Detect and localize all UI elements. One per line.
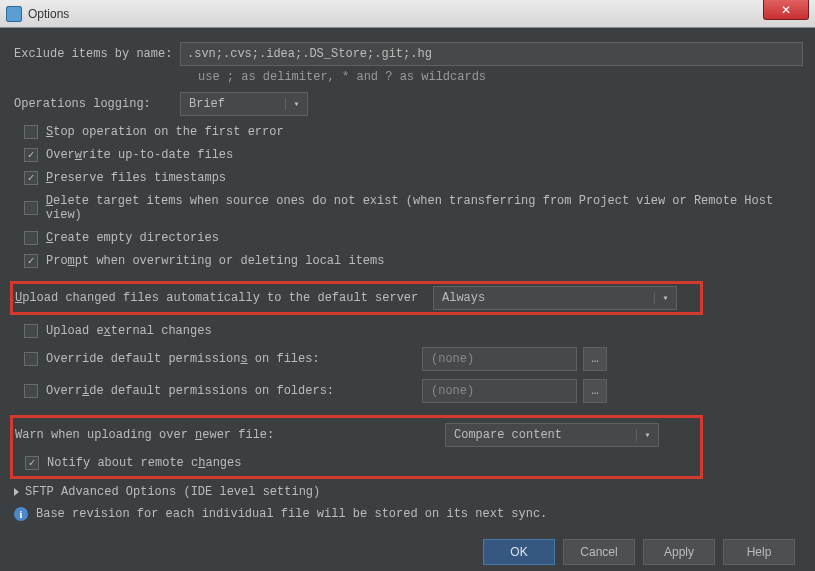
chevron-down-icon: ▾ — [285, 98, 307, 110]
prompt-overwrite-label: Prompt when overwriting or deleting loca… — [46, 254, 384, 268]
app-icon — [6, 6, 22, 22]
auto-upload-value: Always — [434, 291, 654, 305]
upload-external-checkbox[interactable]: Upload external changes — [24, 324, 803, 338]
auto-upload-label: Upload changed files automatically to th… — [15, 291, 433, 305]
chevron-down-icon: ▾ — [636, 429, 658, 441]
perm-folders-browse-button[interactable]: … — [583, 379, 607, 403]
close-icon: ✕ — [781, 4, 791, 16]
info-row: i Base revision for each individual file… — [14, 507, 803, 521]
checkbox-icon — [24, 125, 38, 139]
perm-folders-label: Override default permissions on folders: — [46, 384, 422, 398]
perm-files-value[interactable]: (none) — [422, 347, 577, 371]
auto-upload-highlight: Upload changed files automatically to th… — [10, 281, 703, 315]
info-icon: i — [14, 507, 28, 521]
notify-remote-label: Notify about remote changes — [47, 456, 241, 470]
overwrite-label: Overwrite up-to-date files — [46, 148, 233, 162]
checkbox-icon — [24, 148, 38, 162]
cancel-button[interactable]: Cancel — [563, 539, 635, 565]
stop-on-error-label: Stop operation on the first error — [46, 125, 284, 139]
titlebar: Options ✕ — [0, 0, 815, 28]
checkbox-icon — [25, 456, 39, 470]
dialog-content: Exclude items by name: use ; as delimite… — [0, 28, 815, 571]
exclude-hint: use ; as delimiter, * and ? as wildcards — [198, 70, 803, 84]
perm-folders-row: Override default permissions on folders:… — [24, 379, 803, 403]
sftp-advanced-expander[interactable]: SFTP Advanced Options (IDE level setting… — [14, 485, 803, 499]
sftp-advanced-label: SFTP Advanced Options (IDE level setting… — [25, 485, 320, 499]
perm-files-checkbox[interactable] — [24, 352, 38, 366]
perm-files-label: Override default permissions on files: — [46, 352, 422, 366]
prompt-overwrite-checkbox[interactable]: Prompt when overwriting or deleting loca… — [24, 254, 803, 268]
preserve-timestamps-checkbox[interactable]: Preserve files timestamps — [24, 171, 803, 185]
logging-value: Brief — [181, 97, 285, 111]
stop-on-error-checkbox[interactable]: Stop operation on the first error — [24, 125, 803, 139]
warn-highlight: Warn when uploading over newer file: Com… — [10, 415, 703, 479]
help-button[interactable]: Help — [723, 539, 795, 565]
warn-label: Warn when uploading over newer file: — [15, 428, 445, 442]
delete-target-checkbox[interactable]: Delete target items when source ones do … — [24, 194, 803, 222]
apply-button[interactable]: Apply — [643, 539, 715, 565]
warn-select[interactable]: Compare content ▾ — [445, 423, 659, 447]
perm-folders-value[interactable]: (none) — [422, 379, 577, 403]
button-bar: OK Cancel Apply Help — [14, 533, 803, 565]
exclude-label: Exclude items by name: — [14, 47, 180, 61]
exclude-input[interactable] — [180, 42, 803, 66]
warn-value: Compare content — [446, 428, 636, 442]
checkbox-icon — [24, 324, 38, 338]
logging-label: Operations logging: — [14, 97, 180, 111]
checkbox-icon — [24, 254, 38, 268]
window-title: Options — [28, 7, 69, 21]
ok-button[interactable]: OK — [483, 539, 555, 565]
preserve-timestamps-label: Preserve files timestamps — [46, 171, 226, 185]
delete-target-label: Delete target items when source ones do … — [46, 194, 803, 222]
close-button[interactable]: ✕ — [763, 0, 809, 20]
chevron-down-icon: ▾ — [654, 292, 676, 304]
auto-upload-select[interactable]: Always ▾ — [433, 286, 677, 310]
checkbox-icon — [24, 201, 38, 215]
perm-files-browse-button[interactable]: … — [583, 347, 607, 371]
chevron-right-icon — [14, 488, 19, 496]
notify-remote-checkbox[interactable]: Notify about remote changes — [25, 456, 694, 470]
checkbox-icon — [24, 231, 38, 245]
upload-external-label: Upload external changes — [46, 324, 212, 338]
perm-folders-checkbox[interactable] — [24, 384, 38, 398]
create-empty-dirs-checkbox[interactable]: Create empty directories — [24, 231, 803, 245]
overwrite-checkbox[interactable]: Overwrite up-to-date files — [24, 148, 803, 162]
info-text: Base revision for each individual file w… — [36, 507, 547, 521]
logging-select[interactable]: Brief ▾ — [180, 92, 308, 116]
checkbox-icon — [24, 171, 38, 185]
perm-files-row: Override default permissions on files: (… — [24, 347, 803, 371]
create-empty-dirs-label: Create empty directories — [46, 231, 219, 245]
